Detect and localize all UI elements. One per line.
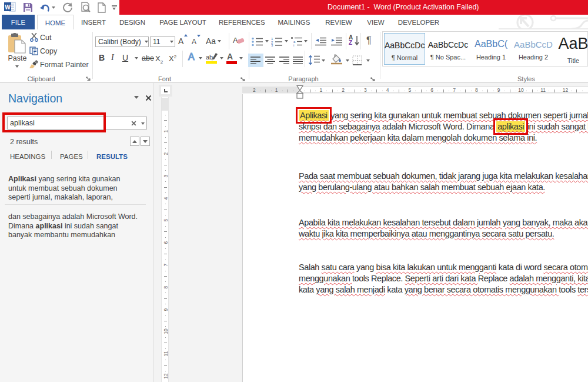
svg-text:i: i (293, 44, 294, 46)
svg-text:3: 3 (271, 44, 273, 46)
svg-text:W: W (5, 4, 11, 11)
